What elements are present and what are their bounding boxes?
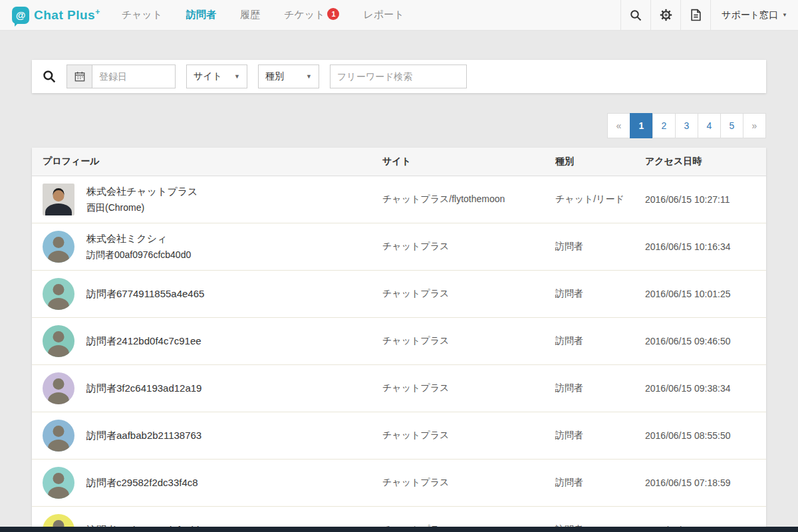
datetime-cell: 2016/06/15 09:38:34	[645, 383, 766, 394]
site-select-label: サイト	[194, 70, 222, 82]
visitor-name: 株式会社チャットプラス	[86, 186, 198, 198]
pagination-page-2[interactable]: 2	[652, 113, 676, 138]
visitor-name: 訪問者2412bd0f4c7c91ee	[86, 335, 201, 348]
type-cell: 訪問者	[555, 335, 645, 347]
table-row[interactable]: 訪問者aafbab2b21138763 チャットプラス 訪問者 2016/06/…	[32, 412, 766, 460]
keyword-search-input[interactable]	[330, 65, 467, 88]
table-row[interactable]: 訪問者6774911855a4e465 チャットプラス 訪問者 2016/06/…	[32, 271, 766, 318]
ticket-count-badge: 1	[327, 8, 339, 20]
chevron-down-icon: ▼	[234, 73, 240, 80]
site-cell: チャットプラス	[382, 430, 555, 442]
table-row[interactable]: 訪問者2412bd0f4c7c91ee チャットプラス 訪問者 2016/06/…	[32, 318, 766, 365]
avatar	[43, 325, 74, 357]
nav-item-tickets[interactable]: チケット 1	[272, 0, 351, 30]
nav-item-history[interactable]: 履歴	[228, 0, 272, 30]
site-cell: チャットプラス	[382, 335, 555, 347]
pagination-prev-button[interactable]: «	[607, 113, 630, 138]
type-cell: 訪問者	[555, 241, 645, 253]
visitor-sub: 西田(Chrome)	[86, 202, 198, 213]
pagination-page-5[interactable]: 5	[720, 113, 743, 138]
type-select[interactable]: 種別 ▼	[258, 65, 319, 88]
col-header-site: サイト	[382, 148, 555, 176]
date-filter-group	[66, 65, 176, 88]
visitor-sub: 訪問者00af0976cfcb40d0	[86, 249, 191, 261]
pagination: « 1 2 3 4 5 »	[607, 113, 766, 138]
profile-cell: 訪問者2412bd0f4c7c91ee	[32, 319, 382, 364]
pagination-page-3[interactable]: 3	[675, 113, 698, 138]
avatar	[43, 278, 74, 310]
table-row[interactable]: 訪問者3f2c64193ad12a19 チャットプラス 訪問者 2016/06/…	[32, 365, 766, 412]
col-header-profile: プロフィール	[32, 148, 382, 176]
nav-item-tickets-label: チケット	[284, 9, 325, 21]
registration-date-input[interactable]	[92, 65, 176, 88]
datetime-cell: 2016/06/15 10:16:34	[645, 241, 766, 252]
type-cell: チャット/リード	[555, 194, 645, 205]
site-select[interactable]: サイト ▼	[186, 65, 247, 88]
type-cell: 訪問者	[555, 430, 645, 442]
nav-item-visitors[interactable]: 訪問者	[174, 0, 228, 30]
visitor-name: 訪問者aafbab2b21138763	[86, 430, 201, 442]
profile-cell: 株式会社ミクシィ 訪問者00af0976cfcb40d0	[32, 224, 382, 269]
account-dropdown[interactable]: サポート窓口 ▼	[710, 0, 798, 30]
pagination-row: « 1 2 3 4 5 »	[32, 113, 766, 138]
datetime-cell: 2016/06/15 08:55:50	[645, 430, 766, 441]
chevron-down-icon: ▼	[782, 12, 787, 18]
type-select-label: 種別	[265, 70, 284, 82]
main-nav: チャット 訪問者 履歴 チケット 1 レポート	[110, 0, 416, 30]
datetime-cell: 2016/06/15 10:27:11	[645, 194, 766, 205]
datetime-cell: 2016/06/15 07:18:59	[645, 477, 766, 488]
calendar-icon	[74, 71, 85, 82]
table-header-row: プロフィール サイト 種別 アクセス日時	[32, 148, 766, 176]
col-header-type: 種別	[555, 148, 645, 176]
top-navbar: @ Chat Plus+ チャット 訪問者 履歴 チケット 1 レポート	[0, 0, 798, 31]
avatar	[43, 467, 74, 499]
site-cell: チャットプラス	[382, 477, 555, 489]
profile-cell: 訪問者c29582f2dc33f4c8	[32, 460, 382, 505]
document-button[interactable]	[680, 0, 710, 30]
pagination-next-button[interactable]: »	[743, 113, 766, 138]
profile-cell: 株式会社チャットプラス 西田(Chrome)	[32, 177, 382, 222]
visitor-name: 株式会社ミクシィ	[86, 233, 191, 245]
col-header-datetime: アクセス日時	[645, 148, 766, 176]
site-cell: チャットプラス	[382, 382, 555, 394]
search-button[interactable]	[620, 0, 650, 30]
calendar-button[interactable]	[66, 65, 92, 88]
profile-cell: 訪問者6774911855a4e465	[32, 271, 382, 317]
settings-button[interactable]	[650, 0, 680, 30]
main-content: サイト ▼ 種別 ▼ « 1 2 3 4 5 » プロフィール	[0, 31, 798, 532]
filter-search-button[interactable]	[43, 70, 56, 83]
brand-logo[interactable]: @ Chat Plus+	[0, 0, 110, 30]
type-cell: 訪問者	[555, 288, 645, 300]
type-cell: 訪問者	[555, 477, 645, 489]
visitor-name: 訪問者6774911855a4e465	[86, 288, 204, 301]
site-cell: チャットプラス/flytothemoon	[382, 194, 555, 205]
datetime-cell: 2016/06/15 09:46:50	[645, 336, 766, 346]
pagination-page-4[interactable]: 4	[698, 113, 721, 138]
pagination-page-1[interactable]: 1	[630, 113, 653, 138]
table-row[interactable]: 訪問者c29582f2dc33f4c8 チャットプラス 訪問者 2016/06/…	[32, 460, 766, 507]
site-cell: チャットプラス	[382, 288, 555, 300]
account-label: サポート窓口	[722, 9, 778, 21]
footer-bar	[0, 527, 798, 532]
type-cell: 訪問者	[555, 382, 645, 394]
avatar	[43, 231, 74, 263]
brand-text: Chat Plus+	[34, 7, 100, 23]
search-icon	[43, 70, 56, 83]
nav-item-chat[interactable]: チャット	[110, 0, 174, 30]
page: @ Chat Plus+ チャット 訪問者 履歴 チケット 1 レポート	[0, 0, 798, 532]
profile-cell: 訪問者3f2c64193ad12a19	[32, 366, 382, 411]
site-cell: チャットプラス	[382, 241, 555, 253]
search-icon	[630, 9, 642, 21]
table-row[interactable]: 株式会社ミクシィ 訪問者00af0976cfcb40d0 チャットプラス 訪問者…	[32, 223, 766, 271]
gear-icon	[660, 9, 672, 21]
avatar	[43, 372, 74, 404]
table-row[interactable]: 株式会社チャットプラス 西田(Chrome) チャットプラス/flytothem…	[32, 176, 766, 223]
chatplus-logo-icon: @	[12, 7, 29, 24]
chevron-down-icon: ▼	[306, 73, 312, 80]
visitors-table: プロフィール サイト 種別 アクセス日時 株式会社チャットプラス 西田(Chro…	[32, 148, 766, 532]
navbar-right: サポート窓口 ▼	[620, 0, 798, 30]
visitor-name: 訪問者c29582f2dc33f4c8	[86, 477, 198, 489]
nav-item-reports[interactable]: レポート	[351, 0, 416, 30]
datetime-cell: 2016/06/15 10:01:25	[645, 289, 766, 299]
document-icon	[690, 9, 702, 21]
